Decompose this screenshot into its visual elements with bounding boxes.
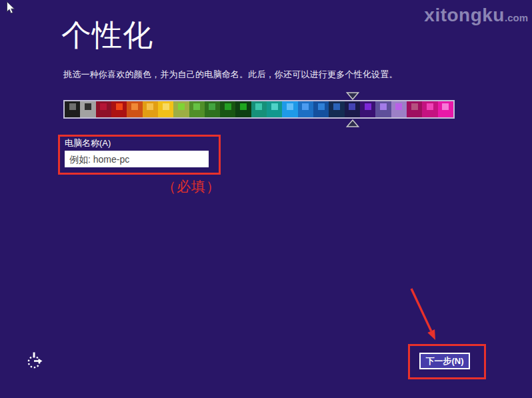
color-swatch-15[interactable] xyxy=(298,101,313,117)
color-swatch-13[interactable] xyxy=(267,101,282,117)
color-swatch-19[interactable] xyxy=(360,101,375,117)
color-swatch-10[interactable] xyxy=(220,101,235,117)
watermark: xitongku.com xyxy=(424,5,528,26)
color-swatch-accent xyxy=(131,103,138,110)
color-swatch-accent xyxy=(442,103,449,110)
color-swatch-18[interactable] xyxy=(345,101,360,117)
color-swatch-accent xyxy=(163,103,169,110)
ease-of-access-icon[interactable] xyxy=(26,351,43,370)
next-button[interactable]: 下一步(N) xyxy=(419,353,470,369)
color-swatch-accent xyxy=(318,103,325,110)
color-swatch-1[interactable] xyxy=(80,101,95,117)
color-swatch-2[interactable] xyxy=(96,101,111,117)
color-swatch-16[interactable] xyxy=(313,101,329,117)
color-swatch-accent xyxy=(178,103,185,110)
annotation-arrow-icon xyxy=(404,284,445,347)
color-swatch-7[interactable] xyxy=(173,101,189,117)
personalize-screen: xitongku.com 个性化 挑选一种你喜欢的颜色，并为自己的电脑命名。此后… xyxy=(0,0,532,398)
color-swatch-accent xyxy=(209,103,215,110)
color-swatch-accent xyxy=(116,103,123,110)
color-swatch-22[interactable] xyxy=(407,101,422,117)
page-subtitle: 挑选一种你喜欢的颜色，并为自己的电脑命名。此后，你还可以进行更多个性化设置。 xyxy=(63,69,398,81)
color-swatch-5[interactable] xyxy=(143,101,158,117)
color-swatch-accent xyxy=(427,103,433,110)
color-swatch-0[interactable] xyxy=(65,101,80,117)
next-button-label: 下一步(N) xyxy=(425,355,463,367)
color-swatch-9[interactable] xyxy=(205,101,220,117)
color-swatch-accent xyxy=(147,103,153,110)
color-swatch-accent xyxy=(349,103,355,110)
mouse-cursor-icon xyxy=(6,1,16,15)
color-strip xyxy=(63,100,455,119)
color-swatch-3[interactable] xyxy=(111,101,127,117)
color-swatch-accent xyxy=(302,103,309,110)
color-swatch-8[interactable] xyxy=(189,101,205,117)
color-swatch-23[interactable] xyxy=(422,101,437,117)
color-swatch-accent xyxy=(271,103,278,110)
color-swatch-accent xyxy=(255,103,262,110)
watermark-tld: .com xyxy=(505,12,528,23)
color-swatch-accent xyxy=(225,103,231,110)
color-swatch-11[interactable] xyxy=(235,101,251,117)
color-swatch-accent xyxy=(193,103,200,110)
selection-marker-bottom-icon[interactable] xyxy=(346,119,359,127)
color-swatch-accent xyxy=(69,103,76,110)
color-swatch-accent xyxy=(85,103,91,110)
color-swatch-24[interactable] xyxy=(438,101,453,117)
color-swatch-accent xyxy=(365,103,371,110)
color-swatch-21[interactable] xyxy=(391,101,407,117)
color-swatch-accent xyxy=(100,103,107,110)
computer-name-input[interactable] xyxy=(65,151,209,167)
color-swatch-17[interactable] xyxy=(329,101,344,117)
color-swatch-4[interactable] xyxy=(127,101,142,117)
color-swatch-accent xyxy=(380,103,387,110)
page-title: 个性化 xyxy=(61,19,153,52)
selection-marker-top-icon[interactable] xyxy=(346,92,359,100)
required-note: （必填） xyxy=(162,177,221,196)
color-swatch-6[interactable] xyxy=(158,101,173,117)
color-swatch-accent xyxy=(333,103,340,110)
color-swatch-accent xyxy=(395,103,402,110)
color-swatch-accent xyxy=(411,103,418,110)
color-swatch-accent xyxy=(287,103,293,110)
color-swatch-12[interactable] xyxy=(251,101,267,117)
watermark-name: xitongku xyxy=(424,5,505,25)
color-swatch-accent xyxy=(240,103,247,110)
color-swatch-14[interactable] xyxy=(282,101,297,117)
computer-name-label: 电脑名称(A) xyxy=(65,137,111,149)
color-swatch-20[interactable] xyxy=(375,101,391,117)
